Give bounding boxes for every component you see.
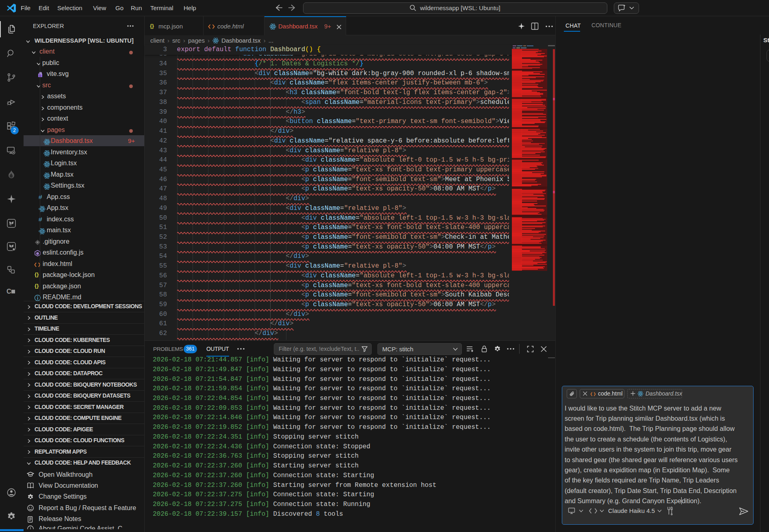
- svg-text:C: C: [6, 288, 11, 295]
